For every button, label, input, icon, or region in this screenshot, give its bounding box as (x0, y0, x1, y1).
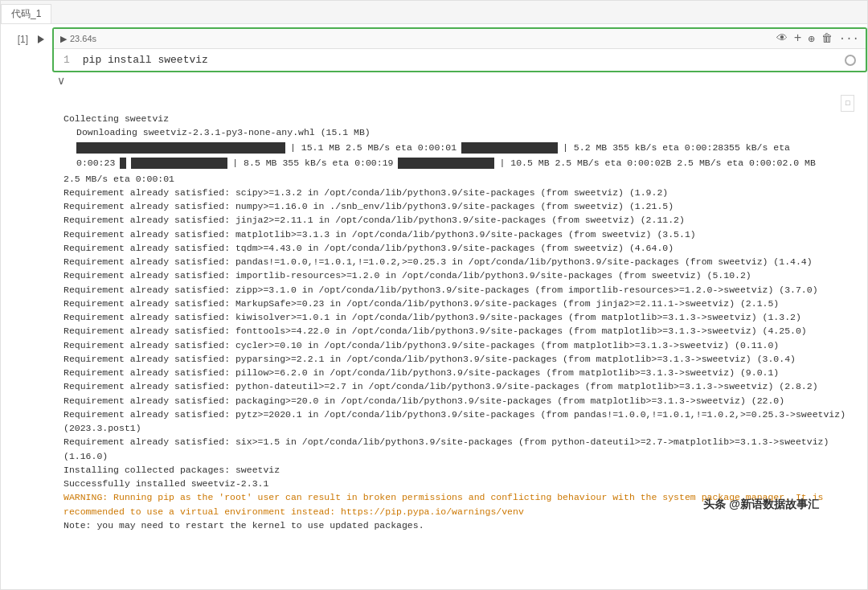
output-wrapper: ☐ Collecting sweetviz Downloading sweetv… (1, 90, 867, 537)
input-cell-header: ▶ 23.64s 👁 + ⊕ 🗑 ··· (54, 29, 866, 49)
run-icon[interactable] (38, 35, 44, 43)
timer-value: 23.64s (70, 34, 96, 43)
req-pytz: Requirement already satisfied: pytz>=202… (63, 408, 854, 421)
cell-wrapper: [1] ▶ 23.64s 👁 + ⊕ 🗑 ··· (1, 24, 867, 90)
req-dateutil: Requirement already satisfied: python-da… (63, 379, 854, 393)
progress-bar-2c (398, 158, 494, 169)
progress-bar-1b (461, 142, 558, 154)
output-close-button[interactable]: ☐ (841, 95, 854, 112)
line-number: 1 (63, 54, 70, 66)
code-text[interactable]: pip install sweetviz (83, 54, 208, 66)
cell-actions: 👁 + ⊕ 🗑 ··· (776, 31, 859, 46)
req-markupsafe: Requirement already satisfied: MarkupSaf… (63, 297, 854, 310)
code-line: 1 pip install sweetviz (54, 49, 866, 71)
req-six-version: (1.16.0) (63, 449, 854, 463)
run-triangle: ▶ (60, 34, 67, 44)
req-packaging: Requirement already satisfied: packaging… (63, 394, 854, 408)
progress-partial-2 (120, 158, 126, 169)
progress-row-2: 0:00:23 | 8.5 MB 355 kB/s eta 0:00:19 | … (63, 156, 854, 170)
req-kiwisolver: Requirement already satisfied: kiwisolve… (63, 310, 854, 324)
req-cycler: Requirement already satisfied: cycler>=0… (63, 338, 854, 352)
req-fonttools: Requirement already satisfied: fonttools… (63, 324, 854, 338)
copy-icon[interactable]: ⊕ (808, 32, 814, 46)
progress-text-2b: | 8.5 MB 355 kB/s eta 0:00:19 (232, 156, 393, 170)
output-header: ☐ (63, 95, 854, 112)
progress-text-1b: | 5.2 MB 355 kB/s eta 0:00:28355 kB/s et… (563, 141, 790, 154)
cell-number: [1] (1, 27, 33, 45)
collapse-arrow[interactable]: ∨ (52, 74, 70, 87)
progress-text-2a: 0:00:23 (76, 156, 115, 170)
progress-text-2c: | 10.5 MB 2.5 MB/s eta 0:00:02B 2.5 MB/s… (499, 156, 815, 170)
req-tqdm: Requirement already satisfied: tqdm>=4.4… (63, 241, 854, 255)
req-numpy: Requirement already satisfied: numpy>=1.… (63, 199, 854, 213)
watermark: 头条 @新语数据故事汇 (703, 496, 819, 513)
req-jinja2: Requirement already satisfied: jinja2>=2… (63, 213, 854, 227)
req-importlib: Requirement already satisfied: importlib… (63, 268, 854, 282)
output-area: ☐ Collecting sweetviz Downloading sweetv… (54, 90, 867, 537)
delete-icon[interactable]: 🗑 (821, 32, 833, 45)
input-cell: ▶ 23.64s 👁 + ⊕ 🗑 ··· 1 pip install sweet… (52, 27, 867, 72)
output-line-speed: 2.5 MB/s eta 0:00:01 (63, 172, 854, 186)
req-matplotlib: Requirement already satisfied: matplotli… (63, 227, 854, 241)
cell-area: ▶ 23.64s 👁 + ⊕ 🗑 ··· 1 pip install sweet… (52, 27, 867, 87)
progress-row-1: | 15.1 MB 2.5 MB/s eta 0:00:01 | 5.2 MB … (63, 141, 854, 154)
req-scipy: Requirement already satisfied: scipy>=1.… (63, 186, 854, 199)
cell-timer: ▶ 23.64s (60, 34, 96, 44)
notebook-container: 代码_1 [1] ▶ 23.64s 👁 + ⊕ 🗑 (0, 0, 868, 590)
tab-code1[interactable]: 代码_1 (1, 4, 51, 23)
output-line-2: Downloading sweetviz-2.3.1-py3-none-any.… (63, 125, 854, 139)
req-pyparsing: Requirement already satisfied: pyparsing… (63, 352, 854, 366)
eye-icon[interactable]: 👁 (776, 32, 788, 45)
req-pillow: Requirement already satisfied: pillow>=6… (63, 366, 854, 379)
output-line-1: Collecting sweetviz (63, 112, 854, 125)
progress-bar-1 (76, 142, 285, 154)
more-icon[interactable]: ··· (839, 32, 859, 45)
success-line: Successfully installed sweetviz-2.3.1 (63, 477, 854, 490)
req-pytz-version: (2023.3.post1) (63, 421, 854, 435)
req-pandas: Requirement already satisfied: pandas!=1… (63, 255, 854, 268)
req-zipp: Requirement already satisfied: zipp>=3.1… (63, 283, 854, 297)
note-line: Note: you may need to restart the kernel… (63, 518, 854, 532)
progress-bar-2b (131, 158, 227, 169)
add-icon[interactable]: + (794, 31, 802, 46)
status-dot (845, 55, 856, 66)
tab-bar: 代码_1 (1, 1, 867, 24)
installing-line: Installing collected packages: sweetviz (63, 463, 854, 477)
progress-text-1: | 15.1 MB 2.5 MB/s eta 0:00:01 (290, 141, 457, 154)
req-six: Requirement already satisfied: six>=1.5 … (63, 435, 854, 449)
